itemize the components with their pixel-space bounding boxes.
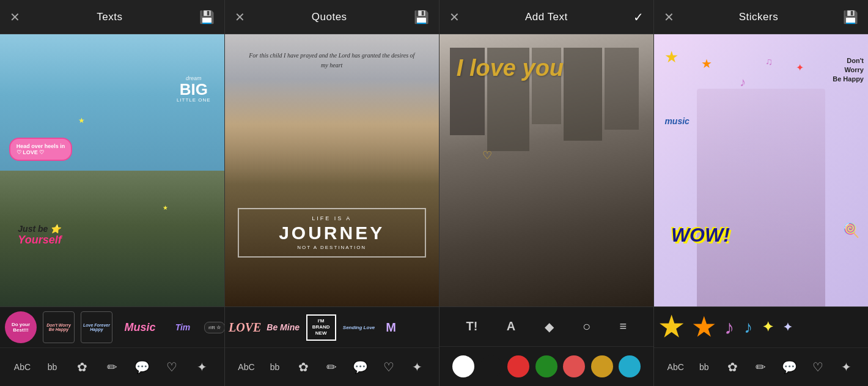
quotes-tool-pencil[interactable]: ✏ xyxy=(322,360,342,374)
quotes-close-icon[interactable]: ✕ xyxy=(235,10,245,24)
texts-sticker-strip: Do your Best!!! Don't Worry Be Happy Lov… xyxy=(0,307,224,348)
dream-big-text: dream BIG LITTLE ONE xyxy=(177,75,211,103)
sticker-dont-worry[interactable]: Don't Worry Be Happy xyxy=(43,311,75,343)
texts-panel: ✕ Texts 💾 Head over heels in♡ LOVE ♡ dre… xyxy=(0,0,225,386)
color-gold[interactable] xyxy=(591,355,613,377)
heart-decor: ♡ xyxy=(482,149,492,162)
tool-sparkle[interactable]: ✦ xyxy=(192,360,211,374)
tool-bubble[interactable]: 💬 xyxy=(132,360,152,374)
sticker-music-text: music xyxy=(664,116,689,126)
quote-sticker-brand[interactable]: I'MBRANDNEW xyxy=(306,314,336,341)
quotes-tool-abc[interactable]: AbC xyxy=(237,362,256,372)
texts-tools-row: AbC bb ✿ ✏ 💬 ♡ ✦ xyxy=(0,348,224,386)
addtext-icon-diamond[interactable]: ◆ xyxy=(545,319,554,334)
addtext-panel: ✕ Add Text ✓ I love you ♡ T! xyxy=(440,0,654,386)
addtext-icon-align[interactable]: ≡ xyxy=(620,319,627,333)
quotes-journey: JOURNEY xyxy=(249,223,415,243)
texts-save-icon[interactable]: 💾 xyxy=(199,10,215,24)
addtext-close-icon[interactable]: ✕ xyxy=(449,10,460,24)
sticker-note-purple[interactable]: ♪ xyxy=(724,317,734,337)
stickers-image: music ♪ ♫ ★ ★ WOW! Don'tWorryBe Happy 🍭 … xyxy=(654,34,868,306)
quotes-toolbar: LOVE Be Mine I'MBRANDNEW Sending Love M … xyxy=(225,306,439,386)
star-decor: ★ xyxy=(78,116,85,125)
quote-sticker-love[interactable]: LOVE xyxy=(230,311,260,343)
quote-sticker-m[interactable]: M xyxy=(382,311,400,343)
quotes-header: ✕ Quotes 💾 xyxy=(225,0,439,34)
quotes-handwritten: For this child I have prayed and the Lor… xyxy=(248,51,415,70)
texts-toolbar: Do your Best!!! Don't Worry Be Happy Lov… xyxy=(0,306,224,386)
stickers-tool-abc[interactable]: AbC xyxy=(666,362,685,372)
texts-close-icon[interactable]: ✕ xyxy=(10,10,20,24)
addtext-icon-circle[interactable]: ○ xyxy=(583,319,590,335)
addtext-icons-row: T! A ◆ ○ ≡ xyxy=(440,307,653,347)
sticker-love-forever[interactable]: Love Forever Happy xyxy=(81,311,112,343)
sticker-do-your-best[interactable]: Do your Best!!! xyxy=(5,311,37,343)
quotes-tool-bb[interactable]: bb xyxy=(265,362,285,372)
quotes-image-area: For this child I have prayed and the Lor… xyxy=(225,34,439,306)
sticker-sparkle-light[interactable]: ✦ xyxy=(783,322,792,333)
addtext-image: I love you ♡ xyxy=(440,34,653,306)
sticker-music-note-1: ♪ xyxy=(740,75,746,89)
addtext-icon-a[interactable]: A xyxy=(507,319,515,333)
sticker-big-star-yellow[interactable]: ★ xyxy=(659,314,683,341)
quotes-not-a-destination: NOT A DESTINATION xyxy=(249,245,415,250)
color-green[interactable] xyxy=(535,355,557,377)
love-sticker: Head over heels in♡ LOVE ♡ xyxy=(9,138,73,161)
quotes-tool-flower[interactable]: ✿ xyxy=(293,360,313,374)
tool-heart[interactable]: ♡ xyxy=(162,360,182,374)
quotes-save-icon[interactable]: 💾 xyxy=(414,10,429,24)
stickers-header: ✕ Stickers 💾 xyxy=(654,0,868,34)
sticker-music[interactable]: Music xyxy=(119,311,161,343)
star-decor-2: ★ xyxy=(163,204,168,211)
quotes-tool-bubble[interactable]: 💬 xyxy=(350,360,370,374)
stickers-save-icon[interactable]: 💾 xyxy=(843,10,858,24)
sticker-rift[interactable]: rift ☆ xyxy=(204,322,224,333)
addtext-header: ✕ Add Text ✓ xyxy=(440,0,653,34)
tool-abc[interactable]: AbC xyxy=(12,362,32,372)
tool-flower[interactable]: ✿ xyxy=(72,360,92,374)
stickers-tool-bb[interactable]: bb xyxy=(694,362,714,372)
quote-sticker-sending[interactable]: Sending Love xyxy=(342,311,376,343)
quotes-tool-heart[interactable]: ♡ xyxy=(379,360,399,374)
sticker-dontworry: Don'tWorryBe Happy xyxy=(833,56,864,84)
color-red[interactable] xyxy=(507,355,529,377)
quotes-image: For this child I have prayed and the Lor… xyxy=(225,34,439,306)
addtext-title: Add Text xyxy=(525,11,568,23)
stickers-toolbar: ★ ★ ♪ ♪ ✦ ✦ AbC bb ✿ ✏ 💬 ♡ ✦ xyxy=(654,306,868,386)
tool-pencil[interactable]: ✏ xyxy=(102,360,122,374)
color-row xyxy=(440,347,653,387)
sticker-music-note-2: ♫ xyxy=(765,56,773,67)
addtext-check-icon[interactable]: ✓ xyxy=(633,10,644,24)
stickers-tool-pencil[interactable]: ✏ xyxy=(751,360,771,374)
addtext-icon-t[interactable]: T! xyxy=(466,319,477,333)
sticker-wow: WOW! xyxy=(671,224,730,247)
stickers-image-area: music ♪ ♫ ★ ★ WOW! Don'tWorryBe Happy 🍭 … xyxy=(654,34,868,306)
sticker-tim[interactable]: Tim xyxy=(167,311,198,343)
stickers-tools-row: AbC bb ✿ ✏ 💬 ♡ ✦ xyxy=(654,348,868,386)
color-pink[interactable] xyxy=(563,355,585,377)
quote-sticker-bemine[interactable]: Be Mine xyxy=(267,311,300,343)
quotes-journey-box: LIFE IS A JOURNEY NOT A DESTINATION xyxy=(238,208,426,258)
sticker-star-1: ★ xyxy=(664,48,679,67)
tool-bb[interactable]: bb xyxy=(42,362,62,372)
sticker-sparkle-yellow[interactable]: ✦ xyxy=(762,321,773,334)
sticker-red-star: ✦ xyxy=(796,62,804,73)
sticker-icons-strip: ★ ★ ♪ ♪ ✦ ✦ xyxy=(654,307,868,348)
stickers-tool-heart[interactable]: ♡ xyxy=(808,360,828,374)
color-black[interactable] xyxy=(480,355,502,377)
stickers-tool-bubble[interactable]: 💬 xyxy=(779,360,799,374)
color-white[interactable] xyxy=(452,355,474,377)
sticker-big-star-orange[interactable]: ★ xyxy=(693,315,715,340)
quotes-tool-sparkle[interactable]: ✦ xyxy=(407,360,427,374)
stickers-panel: ✕ Stickers 💾 music ♪ ♫ ★ ★ WOW! Don'tWor… xyxy=(654,0,868,386)
quotes-life-is-a: LIFE IS A xyxy=(249,215,415,221)
addtext-image-area: I love you ♡ xyxy=(440,34,653,306)
stickers-tool-flower[interactable]: ✿ xyxy=(723,360,742,374)
texts-title: Texts xyxy=(97,11,122,23)
quotes-title: Quotes xyxy=(312,11,347,23)
color-cyan[interactable] xyxy=(619,355,641,377)
sticker-note-blue[interactable]: ♪ xyxy=(744,319,752,336)
texts-header: ✕ Texts 💾 xyxy=(0,0,224,34)
stickers-close-icon[interactable]: ✕ xyxy=(664,10,674,24)
stickers-tool-sparkle[interactable]: ✦ xyxy=(837,360,856,374)
